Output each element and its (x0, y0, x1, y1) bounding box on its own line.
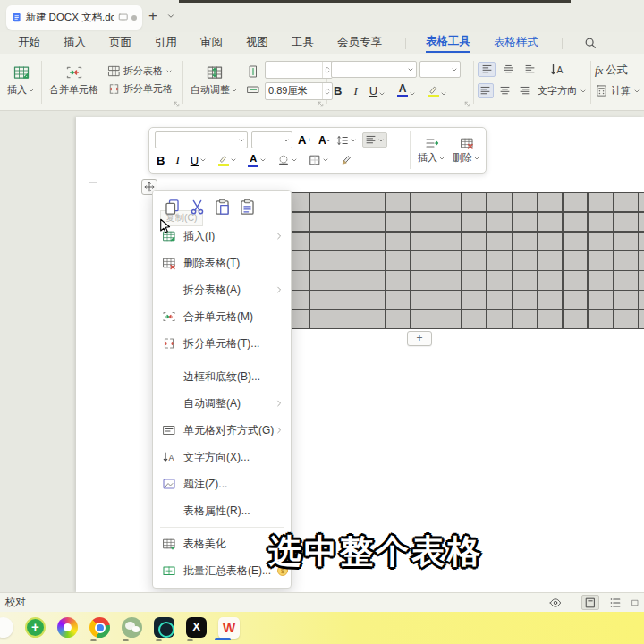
table-cell[interactable] (436, 251, 461, 269)
page-view-icon[interactable] (581, 595, 599, 610)
mini-insert-button[interactable]: 插入 (418, 136, 445, 165)
table-cell[interactable] (411, 271, 436, 289)
menu-tab-8[interactable]: 会员专享 (337, 35, 382, 52)
table-cell[interactable] (564, 271, 588, 289)
table-cell[interactable] (386, 233, 411, 250)
meeting-taskbar-button[interactable] (154, 617, 174, 638)
table-cell[interactable] (639, 233, 644, 250)
context-menu-item[interactable]: 删除表格(T) (153, 250, 291, 276)
table-cell[interactable] (589, 193, 613, 211)
paste-special-button[interactable] (239, 199, 256, 216)
table-cell[interactable] (360, 233, 385, 250)
menu-tab-5[interactable]: 审阅 (200, 35, 223, 52)
mini-shading-button[interactable] (275, 153, 300, 167)
menu-tab-3[interactable]: 页面 (109, 35, 131, 52)
table-cell[interactable] (310, 193, 335, 211)
paste-button[interactable] (214, 199, 231, 216)
document-tab[interactable]: 新建 DOCX 文档.docx (6, 5, 142, 30)
table-cell[interactable] (538, 271, 562, 289)
context-menu-item[interactable]: 题注(Z)... (153, 470, 291, 497)
table-cell[interactable] (639, 310, 644, 328)
table-cell[interactable] (360, 213, 385, 231)
wps-taskbar-button[interactable]: W (218, 617, 239, 638)
table-cell[interactable] (386, 251, 411, 269)
eye-icon[interactable] (548, 596, 563, 609)
valign-top-button[interactable] (478, 62, 496, 77)
grow-font-button[interactable]: A+ (296, 132, 313, 148)
table-cell[interactable] (462, 271, 486, 289)
table-cell[interactable] (614, 271, 638, 289)
menu-tab-10[interactable]: 表格样式 (494, 35, 538, 52)
table-cell[interactable] (614, 193, 638, 211)
calc-button[interactable]: 计算 (595, 84, 640, 97)
table-cell[interactable] (436, 310, 461, 328)
table-cell[interactable] (436, 193, 461, 211)
table-cell[interactable] (513, 271, 537, 289)
table-cell[interactable] (310, 271, 335, 289)
table-cell[interactable] (487, 291, 512, 309)
context-menu-item[interactable]: A文字方向(X)... (153, 444, 291, 470)
mini-italic-button[interactable]: I (174, 152, 181, 168)
dialog-launcher-icon[interactable] (317, 100, 325, 108)
table-cell[interactable] (564, 310, 588, 328)
table-cell[interactable] (436, 213, 461, 231)
table-cell[interactable] (462, 310, 486, 328)
table-cell[interactable] (360, 271, 385, 289)
format-painter-button[interactable] (338, 153, 354, 167)
table-cell[interactable] (513, 251, 537, 269)
table-cell[interactable] (564, 193, 588, 211)
table-cell[interactable] (462, 251, 486, 269)
table-cell[interactable] (335, 291, 360, 309)
text-direction-icon[interactable]: A (549, 62, 565, 78)
table-cell[interactable] (538, 291, 562, 309)
table-cell[interactable] (614, 251, 638, 269)
search-icon[interactable] (584, 37, 597, 49)
context-menu-item[interactable]: 自动调整(A) (153, 390, 291, 417)
halign-center-button[interactable] (497, 83, 513, 98)
table-cell[interactable] (335, 193, 360, 211)
table-cell[interactable] (310, 213, 335, 231)
mini-border-button[interactable] (307, 153, 331, 167)
wechat-taskbar-button[interactable] (122, 617, 142, 638)
context-menu-item[interactable]: 拆分表格(A) (153, 276, 291, 303)
bold-button[interactable]: B (331, 84, 344, 97)
table-cell[interactable] (310, 291, 335, 309)
table-cell[interactable] (538, 193, 562, 211)
table-cell[interactable] (335, 251, 360, 269)
table-cell[interactable] (360, 291, 385, 309)
table-cell[interactable] (487, 233, 512, 250)
menu-tab-9[interactable]: 表格工具 (426, 34, 470, 53)
table-cell[interactable] (411, 251, 436, 269)
table-cell[interactable] (564, 233, 588, 250)
table-cell[interactable] (386, 271, 411, 289)
menu-tab-7[interactable]: 工具 (292, 35, 314, 52)
table-cell[interactable] (639, 213, 644, 231)
table-cell[interactable] (589, 310, 613, 328)
table-cell[interactable] (513, 213, 537, 231)
table-cell[interactable] (513, 310, 537, 328)
cut-button[interactable] (189, 199, 206, 216)
table-cell[interactable] (436, 233, 461, 250)
text-direction-button[interactable]: 文字方向 (538, 84, 587, 97)
row-height-icon[interactable] (246, 64, 260, 79)
table-cell[interactable] (386, 213, 411, 231)
insert-button[interactable]: 插入 (4, 64, 38, 97)
context-menu-item[interactable]: 插入(I) (153, 223, 291, 250)
table-cell[interactable] (386, 193, 411, 211)
table-cell[interactable] (487, 193, 512, 211)
align-menu-button[interactable] (362, 132, 387, 148)
new-tab-button[interactable]: + (148, 7, 157, 25)
table-cell[interactable] (639, 271, 644, 289)
mini-font-color-button[interactable]: A (246, 153, 268, 168)
outline-view-icon[interactable] (608, 596, 623, 609)
proofread-label[interactable]: 校对 (5, 596, 26, 609)
table-cell[interactable] (614, 233, 638, 250)
table-cell[interactable] (411, 193, 436, 211)
table-cell[interactable] (436, 291, 461, 309)
table-cell[interactable] (614, 291, 638, 309)
menu-tab-4[interactable]: 引用 (155, 35, 177, 52)
row-height-input[interactable] (266, 64, 322, 75)
italic-button[interactable]: I (351, 84, 360, 98)
table-cell[interactable] (564, 291, 588, 309)
mini-font-size-select[interactable] (251, 131, 292, 148)
